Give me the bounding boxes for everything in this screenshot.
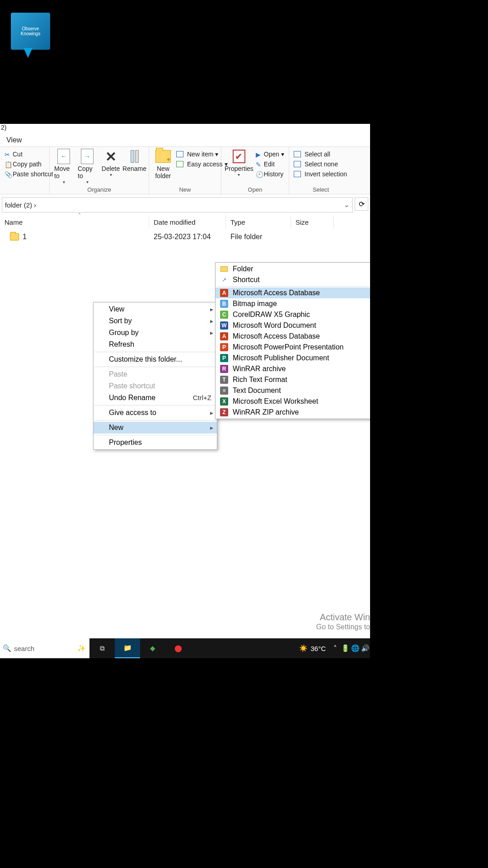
ctx-properties[interactable]: Properties	[94, 437, 217, 448]
copy-path-button[interactable]: 📋Copy path	[3, 160, 43, 169]
tray-volume-icon[interactable]: 🔊	[360, 644, 370, 652]
desktop-shortcut-label: Observe Knowings	[13, 26, 48, 36]
ctx-customize-this-folder-[interactable]: Customize this folder...	[94, 354, 217, 365]
file-explorer-window: 2) View ✂Cut 📋Copy path 📎Paste shortcut …	[0, 124, 370, 658]
new-text-document[interactable]: ≡Text Document	[216, 385, 370, 396]
new-folder-button[interactable]: New folder	[152, 148, 174, 180]
address-bar[interactable]: folder (2)› ⌄	[2, 197, 353, 212]
tray-network-icon[interactable]: 🌐	[350, 644, 360, 652]
filetype-icon: P	[220, 354, 228, 362]
easy-access-icon	[176, 161, 183, 167]
select-all-button[interactable]: Select all	[292, 150, 332, 159]
group-new-label: New	[152, 186, 218, 194]
filetype-icon: C	[220, 311, 228, 319]
col-date[interactable]: Date modified	[149, 215, 226, 229]
move-to-button[interactable]: Move to	[52, 148, 75, 185]
task-view-button[interactable]: ⧉	[89, 638, 115, 658]
edit-icon: ✎	[256, 161, 262, 167]
folder-icon	[10, 233, 19, 241]
sort-asc-icon: ˄	[78, 212, 81, 219]
taskbar-weather[interactable]: ☀️36°C	[295, 644, 330, 652]
new-microsoft-excel-worksheet[interactable]: XMicrosoft Excel Worksheet	[216, 396, 370, 407]
new-winrar-zip-archive[interactable]: ZWinRAR ZIP archive	[216, 407, 370, 418]
group-select-label: Select	[292, 186, 350, 194]
task-view-icon: ⧉	[100, 644, 105, 652]
cut-button[interactable]: ✂Cut	[3, 150, 24, 159]
breadcrumb[interactable]: folder (2)	[5, 201, 32, 209]
copy-path-icon: 📋	[5, 161, 11, 167]
select-all-icon	[294, 151, 301, 157]
ctx-undo-rename[interactable]: Undo RenameCtrl+Z	[94, 392, 217, 404]
new-microsoft-publisher-document[interactable]: PMicrosoft Publisher Document	[216, 353, 370, 363]
filetype-icon: R	[220, 365, 228, 373]
folder-icon: 📁	[123, 644, 132, 652]
filetype-icon: ≡	[220, 387, 228, 395]
new-rich-text-format[interactable]: TRich Text Format	[216, 374, 370, 385]
paste-shortcut-button[interactable]: 📎Paste shortcut	[3, 170, 55, 179]
new-coreldraw-x-graphic[interactable]: CCorelDRAW X5 Graphic	[216, 309, 370, 320]
new-microsoft-powerpoint-presentation[interactable]: PMicrosoft PowerPoint Presentation	[216, 342, 370, 353]
col-size[interactable]: Size	[291, 215, 334, 229]
filetype-icon	[220, 265, 228, 273]
desktop-shortcut[interactable]: Observe Knowings	[11, 13, 50, 50]
ctx-give-access-to[interactable]: Give access to▸	[94, 407, 217, 419]
col-name[interactable]: Name˄	[0, 215, 149, 229]
new-microsoft-word-document[interactable]: WMicrosoft Word Document	[216, 320, 370, 331]
properties-button[interactable]: ✔Properties	[224, 148, 254, 178]
chevron-down-icon[interactable]: ⌄	[344, 201, 350, 209]
group-open-label: Open	[224, 186, 286, 194]
new-bitmap-image[interactable]: BBitmap image	[216, 298, 370, 309]
file-name: 1	[23, 233, 27, 241]
rename-button[interactable]: Rename	[123, 148, 146, 173]
select-none-button[interactable]: Select none	[292, 160, 340, 169]
filetype-icon: W	[220, 321, 228, 330]
scissors-icon: ✂	[5, 151, 11, 157]
history-icon: 🕘	[256, 171, 262, 177]
copy-to-button[interactable]: Copy to	[76, 148, 99, 185]
filetype-icon: T	[220, 376, 228, 384]
ctx-refresh[interactable]: Refresh	[94, 339, 217, 350]
chevron-right-icon: ▸	[210, 317, 213, 325]
new-microsoft-access-database[interactable]: AMicrosoft Access Database	[216, 331, 370, 342]
activate-windows-watermark: Activate Win Go to Settings to	[316, 612, 370, 631]
taskbar-app-green[interactable]: ◆	[140, 638, 165, 658]
new-folder-icon	[155, 149, 171, 164]
copy-to-icon	[80, 149, 95, 164]
new-shortcut[interactable]: ↗Shortcut	[216, 274, 370, 285]
ctx-sort-by[interactable]: Sort by▸	[94, 315, 217, 327]
new-winrar-archive[interactable]: RWinRAR archive	[216, 363, 370, 374]
tray-battery-icon[interactable]: 🔋	[340, 644, 350, 652]
filetype-icon: A	[220, 332, 228, 340]
new-microsoft-access-database[interactable]: AMicrosoft Access Database	[216, 288, 370, 298]
ctx-group-by[interactable]: Group by▸	[94, 327, 217, 339]
invert-selection-button[interactable]: Invert selection	[292, 170, 349, 179]
ctx-paste: Paste	[94, 368, 217, 380]
tab-view[interactable]: View	[0, 135, 28, 145]
refresh-button[interactable]: ⟳	[355, 197, 368, 211]
open-icon: ▶	[256, 151, 262, 157]
ctx-view[interactable]: View▸	[94, 303, 217, 315]
filetype-icon: Z	[220, 408, 228, 416]
col-type[interactable]: Type	[226, 215, 291, 229]
rename-icon	[127, 149, 142, 164]
file-row[interactable]: 1 25-03-2023 17:04 File folder	[0, 229, 370, 245]
taskbar-file-explorer[interactable]: 📁	[115, 638, 140, 658]
sparkle-icon: ✨	[77, 644, 89, 652]
taskbar-app-record[interactable]: ⬤	[165, 638, 191, 658]
delete-button[interactable]: ✕Delete	[99, 148, 122, 178]
new-item-icon	[176, 151, 183, 157]
edit-button[interactable]: ✎Edit	[254, 160, 286, 169]
filetype-icon: P	[220, 343, 228, 351]
ctx-new[interactable]: New▸	[94, 422, 217, 434]
tray-expand[interactable]: ˄	[330, 644, 340, 652]
filetype-icon: B	[220, 300, 228, 308]
chevron-right-icon: ▸	[210, 424, 213, 431]
weather-icon: ☀️	[299, 644, 308, 652]
new-folder[interactable]: Folder	[216, 264, 370, 274]
record-icon: ⬤	[174, 644, 182, 652]
history-button[interactable]: 🕘History	[254, 170, 286, 179]
open-button[interactable]: ▶Open ▾	[254, 150, 286, 159]
taskbar-search[interactable]: 🔍search✨	[0, 638, 89, 658]
group-organize-label: Organize	[52, 186, 146, 194]
move-to-icon	[56, 149, 71, 164]
